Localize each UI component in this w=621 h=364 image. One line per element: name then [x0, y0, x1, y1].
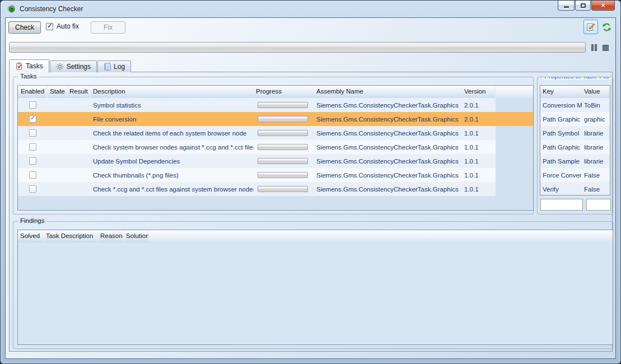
property-row[interactable]: Force Conver False	[540, 168, 610, 182]
task-version: 1.0.1	[462, 158, 496, 165]
tasks-table-header: Enabled State Result Description Progres…	[18, 86, 533, 98]
properties-table: Key Value Conversion M ToBin Path Graphi…	[540, 85, 610, 195]
pause-button[interactable]	[589, 43, 599, 52]
task-enabled-checkbox[interactable]	[29, 185, 36, 193]
table-row[interactable]: Check thumbnails (*.png files) Siemens.G…	[18, 168, 496, 182]
table-row[interactable]: Check system browser nodes against *.ccg…	[18, 140, 496, 154]
task-progress-bar	[258, 102, 308, 108]
check-button[interactable]: Check	[8, 21, 41, 34]
close-icon: ×	[601, 2, 605, 9]
task-assembly: Siemens.Gms.ConsistencyCheckerTask.Graph…	[314, 172, 462, 179]
task-assembly: Siemens.Gms.ConsistencyCheckerTask.Graph…	[314, 116, 462, 123]
property-key: Conversion M	[540, 102, 582, 109]
findings-table-header: Solved Task Description Reason Solution	[18, 230, 613, 242]
task-enabled-checkbox[interactable]	[29, 157, 36, 165]
titlebar[interactable]: Consistency Checker ×	[1, 1, 620, 17]
column-header-progress[interactable]: Progress	[254, 86, 314, 98]
table-row[interactable]: Check the related items of each system b…	[18, 126, 496, 140]
properties-table-header: Key Value	[540, 86, 610, 98]
table-row[interactable]: Check *.ccg and *.cct files against syst…	[18, 182, 496, 196]
findings-table: Solved Task Description Reason Solution	[17, 230, 613, 345]
property-row[interactable]: Verify False	[540, 182, 610, 195]
tab-tasks[interactable]: Tasks	[9, 59, 49, 72]
table-row-selected[interactable]: ✓ File conversion Siemens.Gms.Consistenc…	[18, 112, 534, 126]
tasks-tab-panel: Tasks Enabled State Result Description P…	[9, 72, 613, 352]
property-value: librarie	[582, 158, 610, 165]
task-assembly: Siemens.Gms.ConsistencyCheckerTask.Graph…	[314, 144, 462, 151]
task-description: File conversion	[91, 116, 254, 123]
column-header-description[interactable]: Description	[91, 86, 254, 98]
property-row[interactable]: Path Sample librarie	[540, 154, 610, 168]
task-enabled-checkbox[interactable]	[29, 171, 36, 179]
tab-settings-label: Settings	[67, 63, 91, 71]
task-progress-bar	[258, 116, 308, 122]
property-value: graphic	[582, 116, 610, 123]
property-row[interactable]: Path Graphic librarie	[540, 140, 610, 154]
property-value-input[interactable]	[586, 199, 611, 211]
task-version: 1.0.1	[462, 144, 496, 151]
column-header-solution[interactable]: Solution	[124, 230, 149, 242]
fix-button[interactable]: Fix	[91, 21, 125, 34]
property-key: Path Graphic	[540, 116, 582, 123]
column-header-solved[interactable]: Solved	[18, 230, 44, 242]
column-header-result[interactable]: Result	[67, 86, 91, 98]
tasks-group-label: Tasks	[18, 73, 39, 80]
properties-groupbox: Properties of Task: File Key Value Conve…	[537, 77, 613, 214]
column-header-enabled[interactable]: Enabled	[18, 86, 48, 98]
column-header-key[interactable]: Key	[540, 86, 582, 98]
task-version: 1.0.1	[462, 130, 496, 137]
task-description: Check the related items of each system b…	[91, 130, 254, 137]
table-row[interactable]: Symbol statistics Siemens.Gms.Consistenc…	[18, 98, 496, 112]
edit-properties-icon	[586, 22, 596, 32]
property-key: Path Symbol	[540, 130, 582, 137]
property-row[interactable]: Path Symbol librarie	[540, 126, 610, 140]
column-header-state[interactable]: State	[48, 86, 67, 98]
tab-settings[interactable]: Settings	[50, 60, 97, 72]
property-key-input[interactable]	[540, 199, 583, 211]
column-header-assembly[interactable]: Assembly Name	[314, 86, 462, 98]
table-row[interactable]: Update Symbol Dependencies Siemens.Gms.C…	[18, 154, 496, 168]
close-button[interactable]: ×	[591, 1, 615, 11]
task-assembly: Siemens.Gms.ConsistencyCheckerTask.Graph…	[314, 102, 462, 109]
properties-toggle-button[interactable]	[583, 20, 598, 34]
stop-button[interactable]	[600, 43, 610, 52]
task-description: Check thumbnails (*.png files)	[91, 172, 254, 179]
task-description: Update Symbol Dependencies	[91, 158, 254, 165]
autofix-label[interactable]: Auto fix	[57, 22, 79, 30]
task-enabled-checkbox[interactable]	[29, 101, 36, 109]
property-value: False	[582, 186, 610, 193]
property-key: Path Graphic	[540, 144, 582, 151]
minimize-button[interactable]	[558, 1, 575, 11]
maximize-icon	[581, 3, 586, 8]
column-header-value[interactable]: Value	[582, 86, 610, 98]
task-assembly: Siemens.Gms.ConsistencyCheckerTask.Graph…	[314, 186, 462, 193]
tasks-groupbox: Tasks Enabled State Result Description P…	[13, 77, 534, 214]
column-header-version[interactable]: Version	[462, 86, 496, 98]
tabstrip: Tasks Settings	[9, 59, 132, 72]
property-row[interactable]: Path Graphic graphic	[540, 112, 610, 126]
task-progress-bar	[258, 172, 308, 178]
task-assembly: Siemens.Gms.ConsistencyCheckerTask.Graph…	[314, 158, 462, 165]
autofix-checkbox[interactable]: ✓	[46, 23, 53, 30]
property-row[interactable]: Conversion M ToBin	[540, 98, 610, 112]
maximize-button[interactable]	[575, 1, 591, 11]
column-header-task-description[interactable]: Task Description	[44, 230, 98, 242]
tasks-clipboard-icon	[15, 62, 23, 70]
findings-groupbox: Findings Solved Task Description Reason …	[13, 221, 613, 349]
property-key: Force Conver	[540, 172, 582, 179]
task-description: Check system browser nodes against *.ccg…	[91, 144, 254, 151]
tab-tasks-label: Tasks	[26, 62, 43, 70]
tab-log[interactable]: Log	[97, 60, 131, 72]
properties-title: Properties of Task: File	[542, 77, 612, 80]
task-enabled-checkbox[interactable]: ✓	[29, 115, 36, 123]
task-enabled-checkbox[interactable]	[29, 129, 36, 137]
column-header-reason[interactable]: Reason	[98, 230, 124, 242]
property-value: False	[582, 172, 610, 179]
task-enabled-checkbox[interactable]	[29, 143, 36, 151]
task-version: 1.0.1	[462, 172, 496, 179]
checkmark-icon: ✓	[47, 22, 53, 30]
task-description: Symbol statistics	[91, 102, 254, 109]
main-progress-bar	[9, 42, 586, 53]
task-progress-bar	[258, 158, 308, 164]
refresh-button[interactable]	[600, 20, 613, 34]
